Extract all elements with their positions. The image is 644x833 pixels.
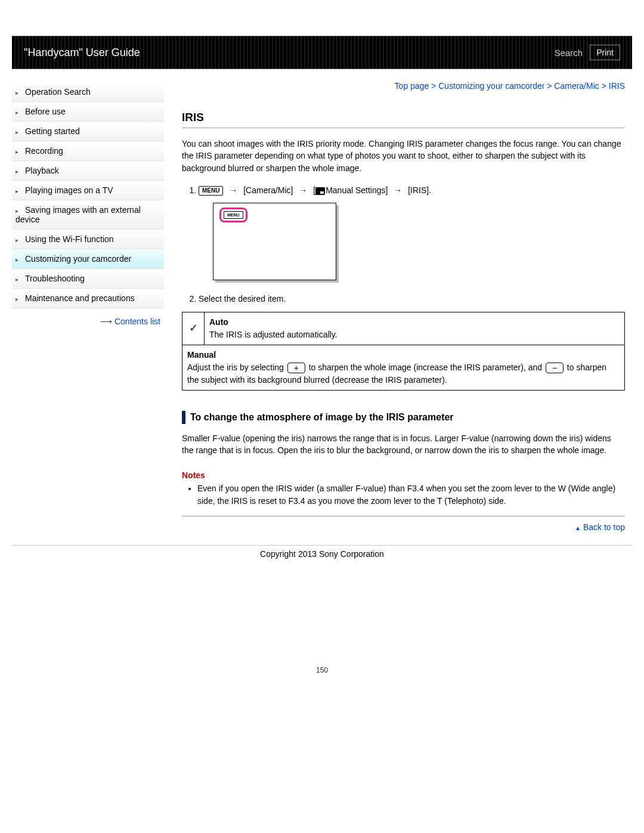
main-content: Top page > Customizing your camcorder > … [164, 69, 632, 541]
sidebar-item-label: Using the Wi-Fi function [25, 234, 114, 244]
option-manual-desc: Adjust the iris by selecting + to sharpe… [187, 361, 620, 386]
menu-badge-icon: MENU [224, 211, 243, 219]
header-tools: Search Print [555, 45, 620, 60]
triangle-right-icon: ▸ [16, 89, 21, 96]
sub-heading: To change the atmosphere of image by the… [182, 411, 625, 424]
sidebar-item[interactable]: ▸Playing images on a TV [12, 181, 164, 200]
breadcrumb-leaf: IRIS [609, 81, 625, 91]
copyright: Copyright 2013 Sony Corporation [12, 545, 632, 559]
back-to-top-link[interactable]: ▲Back to top [182, 522, 625, 532]
sidebar-item-label: Troubleshooting [25, 274, 85, 283]
print-button[interactable]: Print [590, 45, 620, 60]
option-auto-desc: The IRIS is adjusted automatically. [209, 329, 620, 341]
plus-button-icon: + [287, 363, 305, 373]
sidebar-item[interactable]: ▸Before use [12, 102, 164, 122]
step-1: MENU → [Camera/Mic] → [Manual Settings] … [199, 184, 625, 280]
triangle-right-icon: ▸ [16, 237, 21, 243]
sidebar-item-label: Playing images on a TV [25, 185, 113, 195]
sidebar-item-label: Recording [25, 146, 63, 156]
sidebar-item-label: Playback [25, 166, 59, 175]
triangle-right-icon: ▸ [16, 296, 21, 302]
step1-path2: Manual Settings] [326, 185, 388, 195]
sidebar-item[interactable]: ▸Maintenance and precautions [12, 289, 164, 308]
triangle-right-icon: ▸ [16, 276, 21, 283]
checkmark-icon: ✓ [182, 312, 205, 345]
sidebar-item[interactable]: ▸Saving images with an external device [12, 200, 164, 230]
sidebar-item-label: Maintenance and precautions [25, 293, 135, 303]
notes-list: Even if you open the IRIS wider (a small… [182, 482, 625, 516]
sidebar-item[interactable]: ▸Operation Search [12, 82, 164, 102]
triangle-right-icon: ▸ [16, 168, 21, 175]
guide-title: "Handycam" User Guide [24, 47, 140, 59]
triangle-right-icon: ▸ [16, 109, 21, 116]
option-manual-cell: Manual Adjust the iris by selecting + to… [182, 345, 625, 390]
option-auto-cell: Auto The IRIS is adjusted automatically. [205, 312, 625, 345]
table-row: ✓ Auto The IRIS is adjusted automaticall… [182, 312, 625, 345]
triangle-right-icon: ▸ [16, 129, 21, 135]
options-table: ✓ Auto The IRIS is adjusted automaticall… [182, 312, 625, 391]
step-2: Select the desired item. [199, 292, 625, 305]
option-manual-title: Manual [187, 349, 620, 361]
arrow-right-icon: ⟶ [100, 317, 112, 326]
triangle-up-icon: ▲ [575, 525, 581, 531]
sidebar-item[interactable]: ▸Recording [12, 141, 164, 161]
sidebar-item-label: Saving images with an external device [16, 205, 141, 224]
menu-highlight-icon: MENU [219, 208, 247, 222]
sidebar-item-label: Operation Search [25, 87, 91, 97]
intro-paragraph: You can shoot images with the IRIS prior… [182, 138, 625, 174]
screen-illustration: MENU [213, 203, 336, 280]
table-row: Manual Adjust the iris by selecting + to… [182, 345, 625, 390]
steps-list: MENU → [Camera/Mic] → [Manual Settings] … [182, 184, 625, 306]
triangle-right-icon: ▸ [16, 148, 21, 155]
search-link[interactable]: Search [555, 48, 583, 58]
minus-button-icon: − [546, 363, 564, 373]
breadcrumb-cat[interactable]: Customizing your camcorder [438, 81, 544, 91]
notes-heading: Notes [182, 470, 625, 480]
sidebar-item[interactable]: ▸Troubleshooting [12, 269, 164, 289]
sidebar-item-label: Getting started [25, 126, 80, 136]
triangle-right-icon: ▸ [16, 256, 21, 263]
sidebar-item-label: Customizing your camcorder [25, 254, 131, 264]
contents-list-link[interactable]: ⟶Contents list [12, 308, 164, 326]
sidebar-item[interactable]: ▸Getting started [12, 122, 164, 141]
arrow-right-icon: → [394, 184, 402, 197]
sub-paragraph: Smaller F-value (opening the iris) narro… [182, 432, 625, 457]
arrow-right-icon: → [299, 184, 307, 197]
sidebar-item-label: Before use [25, 107, 66, 116]
breadcrumb-sub[interactable]: Camera/Mic [554, 81, 599, 91]
step1-path3: [IRIS]. [408, 185, 431, 195]
sidebar-item[interactable]: ▸Customizing your camcorder [12, 249, 164, 269]
contents-list-label: Contents list [114, 317, 160, 326]
menu-badge-icon: MENU [199, 186, 223, 196]
sidebar-item[interactable]: ▸Using the Wi-Fi function [12, 230, 164, 249]
back-to-top-label: Back to top [583, 522, 625, 532]
page-number: 150 [0, 666, 644, 686]
note-item: Even if you open the IRIS wider (a small… [197, 482, 625, 507]
page-title: IRIS [182, 111, 625, 128]
header-bar: "Handycam" User Guide Search Print [12, 36, 632, 69]
option-auto-title: Auto [209, 316, 620, 329]
sidebar-item[interactable]: ▸Playback [12, 161, 164, 181]
step1-path1: [Camera/Mic] [243, 185, 293, 195]
breadcrumb-top[interactable]: Top page [395, 81, 429, 91]
manual-settings-icon [315, 187, 325, 195]
breadcrumb: Top page > Customizing your camcorder > … [182, 81, 625, 91]
sidebar: ▸Operation Search▸Before use▸Getting sta… [12, 69, 164, 541]
arrow-right-icon: → [229, 184, 237, 197]
triangle-right-icon: ▸ [16, 208, 21, 214]
triangle-right-icon: ▸ [16, 188, 21, 194]
